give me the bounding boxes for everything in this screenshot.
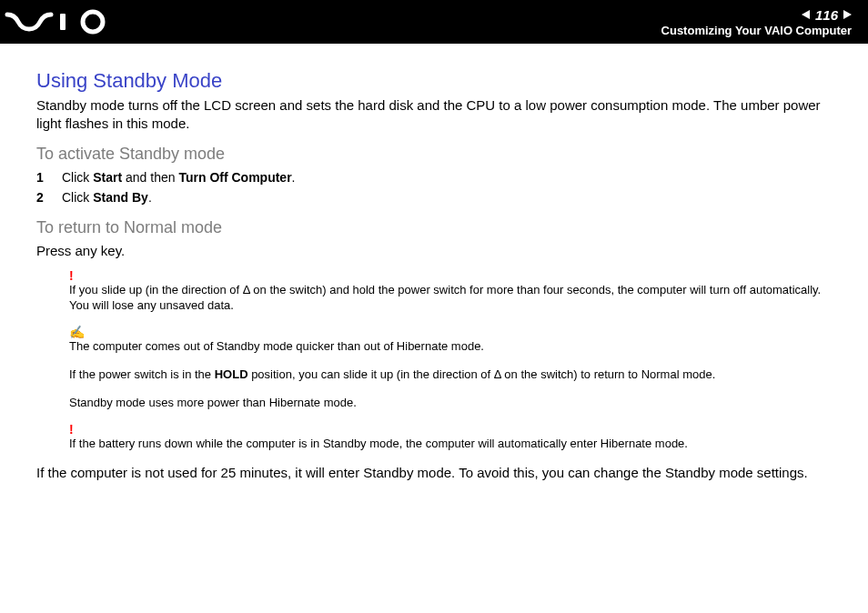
step-number: 2	[36, 190, 49, 205]
page-content: Using Standby Mode Standby mode turns of…	[0, 44, 868, 482]
page-nav: 116	[802, 7, 852, 23]
warning-icon: !	[69, 423, 839, 436]
notes-section: ! If you slide up (in the direction of Δ…	[36, 269, 839, 452]
page-title: Using Standby Mode	[36, 69, 839, 93]
return-body: Press any key.	[36, 243, 839, 258]
step-text: Click Start and then Turn Off Computer.	[62, 170, 295, 185]
page-number: 116	[815, 7, 838, 23]
activate-steps: 1 Click Start and then Turn Off Computer…	[36, 167, 839, 207]
warning-note: ! If the battery runs down while the com…	[69, 423, 839, 451]
section-label: Customizing Your VAIO Computer	[661, 24, 852, 37]
warning-text: If the battery runs down while the compu…	[69, 436, 839, 451]
step-text: Click Stand By.	[62, 190, 152, 205]
tip-icon: ✍	[69, 326, 839, 338]
tip-note: If the power switch is in the HOLD posit…	[69, 367, 839, 382]
tip-note: ✍ The computer comes out of Standby mode…	[69, 326, 839, 354]
return-heading: To return to Normal mode	[36, 218, 839, 237]
warning-icon: !	[69, 269, 839, 282]
vaio-logo	[2, 0, 129, 44]
warning-note: ! If you slide up (in the direction of Δ…	[69, 269, 839, 313]
step-number: 1	[36, 170, 49, 185]
step-item: 1 Click Start and then Turn Off Computer…	[36, 167, 839, 187]
svg-point-1	[83, 12, 103, 32]
intro-paragraph: Standby mode turns off the LCD screen an…	[36, 96, 839, 134]
warning-text: If you slide up (in the direction of Δ o…	[69, 282, 839, 313]
activate-heading: To activate Standby mode	[36, 145, 839, 164]
tip-text: The computer comes out of Standby mode q…	[69, 338, 839, 354]
step-item: 2 Click Stand By.	[36, 187, 839, 207]
tip-text: If the power switch is in the HOLD posit…	[69, 367, 715, 381]
prev-page-arrow-icon[interactable]	[802, 10, 810, 19]
tip-text: Standby mode uses more power than Hibern…	[69, 396, 357, 409]
next-page-arrow-icon[interactable]	[843, 10, 852, 19]
page-header: 116 Customizing Your VAIO Computer	[0, 0, 868, 44]
svg-rect-0	[60, 14, 66, 30]
tip-note: Standby mode uses more power than Hibern…	[69, 395, 839, 410]
closing-paragraph: If the computer is not used for 25 minut…	[36, 464, 839, 482]
